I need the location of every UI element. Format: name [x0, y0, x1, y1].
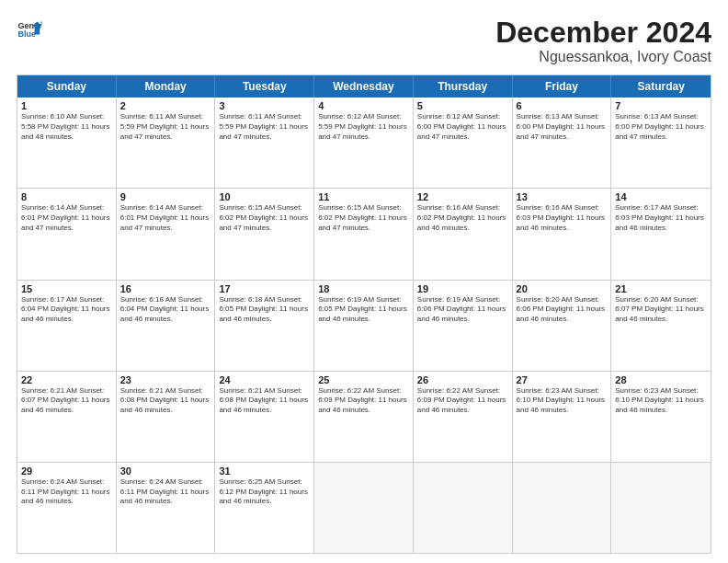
page: General Blue December 2024 Nguessankoa, … — [0, 0, 728, 563]
day-info: Sunrise: 6:22 AM Sunset: 6:09 PM Dayligh… — [417, 386, 508, 416]
day-info: Sunrise: 6:14 AM Sunset: 6:01 PM Dayligh… — [120, 203, 211, 233]
day-info: Sunrise: 6:16 AM Sunset: 6:02 PM Dayligh… — [417, 203, 508, 233]
day-number: 9 — [120, 191, 211, 202]
day-info: Sunrise: 6:22 AM Sunset: 6:09 PM Dayligh… — [318, 386, 409, 416]
day-info: Sunrise: 6:12 AM Sunset: 6:00 PM Dayligh… — [417, 112, 508, 142]
calendar-cell: 5Sunrise: 6:12 AM Sunset: 6:00 PM Daylig… — [414, 98, 513, 188]
calendar-cell: 11Sunrise: 6:15 AM Sunset: 6:02 PM Dayli… — [314, 189, 414, 279]
day-number: 2 — [120, 100, 211, 111]
calendar-cell: 13Sunrise: 6:16 AM Sunset: 6:03 PM Dayli… — [513, 189, 612, 279]
day-info: Sunrise: 6:17 AM Sunset: 6:04 PM Dayligh… — [21, 295, 112, 325]
day-number: 8 — [21, 191, 112, 202]
calendar-cell: 3Sunrise: 6:11 AM Sunset: 5:59 PM Daylig… — [215, 98, 314, 188]
day-number: 12 — [417, 191, 508, 202]
calendar-week-2: 8Sunrise: 6:14 AM Sunset: 6:01 PM Daylig… — [17, 188, 711, 279]
calendar-cell: 27Sunrise: 6:23 AM Sunset: 6:10 PM Dayli… — [513, 372, 612, 462]
calendar-cell: 25Sunrise: 6:22 AM Sunset: 6:09 PM Dayli… — [314, 372, 414, 462]
day-info: Sunrise: 6:21 AM Sunset: 6:08 PM Dayligh… — [120, 386, 211, 416]
day-number: 10 — [219, 191, 310, 202]
calendar-cell: 6Sunrise: 6:13 AM Sunset: 6:00 PM Daylig… — [513, 98, 612, 188]
day-info: Sunrise: 6:25 AM Sunset: 6:12 PM Dayligh… — [219, 477, 310, 507]
day-info: Sunrise: 6:14 AM Sunset: 6:01 PM Dayligh… — [21, 203, 112, 233]
day-number: 25 — [318, 374, 409, 385]
svg-text:Blue: Blue — [17, 29, 36, 39]
calendar-cell: 2Sunrise: 6:11 AM Sunset: 5:59 PM Daylig… — [117, 98, 216, 188]
day-number: 26 — [417, 374, 508, 385]
day-number: 21 — [615, 283, 707, 294]
calendar-cell: 12Sunrise: 6:16 AM Sunset: 6:02 PM Dayli… — [414, 189, 513, 279]
calendar-cell: 18Sunrise: 6:19 AM Sunset: 6:05 PM Dayli… — [314, 281, 414, 371]
calendar-cell: 24Sunrise: 6:21 AM Sunset: 6:08 PM Dayli… — [215, 372, 314, 462]
day-info: Sunrise: 6:20 AM Sunset: 6:06 PM Dayligh… — [517, 295, 608, 325]
day-info: Sunrise: 6:15 AM Sunset: 6:02 PM Dayligh… — [318, 203, 409, 233]
day-number: 31 — [219, 465, 310, 477]
calendar: Sunday Monday Tuesday Wednesday Thursday… — [17, 75, 711, 554]
day-number: 29 — [21, 465, 112, 477]
calendar-cell — [314, 463, 414, 553]
day-info: Sunrise: 6:18 AM Sunset: 6:04 PM Dayligh… — [120, 295, 211, 325]
day-number: 7 — [615, 100, 707, 111]
day-info: Sunrise: 6:17 AM Sunset: 6:03 PM Dayligh… — [615, 203, 707, 233]
day-number: 19 — [417, 283, 508, 294]
day-number: 17 — [219, 283, 310, 294]
dow-friday: Friday — [513, 75, 612, 98]
day-info: Sunrise: 6:13 AM Sunset: 6:00 PM Dayligh… — [517, 112, 608, 142]
calendar-cell: 19Sunrise: 6:19 AM Sunset: 6:06 PM Dayli… — [414, 281, 513, 371]
calendar-cell: 4Sunrise: 6:12 AM Sunset: 5:59 PM Daylig… — [314, 98, 414, 188]
calendar-cell: 30Sunrise: 6:24 AM Sunset: 6:11 PM Dayli… — [117, 463, 216, 553]
day-info: Sunrise: 6:13 AM Sunset: 6:00 PM Dayligh… — [615, 112, 707, 142]
page-title: December 2024 — [495, 17, 711, 49]
dow-tuesday: Tuesday — [215, 75, 314, 98]
day-number: 1 — [21, 100, 112, 111]
day-info: Sunrise: 6:19 AM Sunset: 6:06 PM Dayligh… — [417, 295, 508, 325]
calendar-body: 1Sunrise: 6:10 AM Sunset: 5:58 PM Daylig… — [17, 98, 711, 553]
calendar-cell: 22Sunrise: 6:21 AM Sunset: 6:07 PM Dayli… — [17, 372, 117, 462]
day-number: 3 — [219, 100, 310, 111]
dow-sunday: Sunday — [17, 75, 117, 98]
calendar-cell: 28Sunrise: 6:23 AM Sunset: 6:10 PM Dayli… — [611, 372, 711, 462]
logo-icon: General Blue — [17, 17, 42, 42]
day-number: 13 — [517, 191, 608, 202]
calendar-cell: 1Sunrise: 6:10 AM Sunset: 5:58 PM Daylig… — [17, 98, 117, 188]
day-number: 11 — [318, 191, 409, 202]
dow-saturday: Saturday — [611, 75, 711, 98]
calendar-cell: 23Sunrise: 6:21 AM Sunset: 6:08 PM Dayli… — [117, 372, 216, 462]
dow-wednesday: Wednesday — [314, 75, 414, 98]
day-info: Sunrise: 6:10 AM Sunset: 5:58 PM Dayligh… — [21, 112, 112, 142]
day-info: Sunrise: 6:12 AM Sunset: 5:59 PM Dayligh… — [318, 112, 409, 142]
dow-thursday: Thursday — [414, 75, 513, 98]
calendar-cell: 7Sunrise: 6:13 AM Sunset: 6:00 PM Daylig… — [611, 98, 711, 188]
calendar-cell — [414, 463, 513, 553]
day-info: Sunrise: 6:16 AM Sunset: 6:03 PM Dayligh… — [517, 203, 608, 233]
calendar-week-3: 15Sunrise: 6:17 AM Sunset: 6:04 PM Dayli… — [17, 280, 711, 371]
day-info: Sunrise: 6:24 AM Sunset: 6:11 PM Dayligh… — [21, 477, 112, 507]
day-number: 20 — [517, 283, 608, 294]
day-number: 14 — [615, 191, 707, 202]
day-number: 23 — [120, 374, 211, 385]
calendar-cell: 20Sunrise: 6:20 AM Sunset: 6:06 PM Dayli… — [513, 281, 612, 371]
day-number: 22 — [21, 374, 112, 385]
day-number: 4 — [318, 100, 409, 111]
day-info: Sunrise: 6:11 AM Sunset: 5:59 PM Dayligh… — [219, 112, 310, 142]
day-info: Sunrise: 6:24 AM Sunset: 6:11 PM Dayligh… — [120, 477, 211, 507]
day-number: 6 — [517, 100, 608, 111]
calendar-week-5: 29Sunrise: 6:24 AM Sunset: 6:11 PM Dayli… — [17, 462, 711, 553]
day-number: 24 — [219, 374, 310, 385]
calendar-cell: 29Sunrise: 6:24 AM Sunset: 6:11 PM Dayli… — [17, 463, 117, 553]
title-block: December 2024 Nguessankoa, Ivory Coast — [495, 17, 711, 65]
calendar-header: Sunday Monday Tuesday Wednesday Thursday… — [17, 75, 711, 98]
header: General Blue December 2024 Nguessankoa, … — [17, 17, 711, 65]
calendar-cell: 10Sunrise: 6:15 AM Sunset: 6:02 PM Dayli… — [215, 189, 314, 279]
logo: General Blue — [17, 17, 42, 42]
dow-monday: Monday — [117, 75, 216, 98]
day-number: 18 — [318, 283, 409, 294]
calendar-cell: 15Sunrise: 6:17 AM Sunset: 6:04 PM Dayli… — [17, 281, 117, 371]
calendar-cell — [513, 463, 612, 553]
calendar-cell: 31Sunrise: 6:25 AM Sunset: 6:12 PM Dayli… — [215, 463, 314, 553]
calendar-week-1: 1Sunrise: 6:10 AM Sunset: 5:58 PM Daylig… — [17, 98, 711, 188]
calendar-week-4: 22Sunrise: 6:21 AM Sunset: 6:07 PM Dayli… — [17, 371, 711, 462]
day-number: 15 — [21, 283, 112, 294]
day-number: 30 — [120, 465, 211, 477]
day-info: Sunrise: 6:19 AM Sunset: 6:05 PM Dayligh… — [318, 295, 409, 325]
day-info: Sunrise: 6:11 AM Sunset: 5:59 PM Dayligh… — [120, 112, 211, 142]
